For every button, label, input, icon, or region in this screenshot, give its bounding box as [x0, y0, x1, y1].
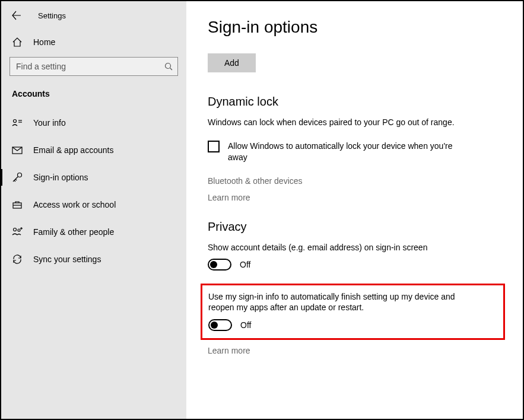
- sidebar-item-email-accounts[interactable]: Email & app accounts: [1, 136, 186, 164]
- sidebar-item-sync-settings[interactable]: Sync your settings: [1, 246, 186, 273]
- highlighted-setting: Use my sign-in info to automatically fin…: [201, 284, 505, 339]
- dynamic-lock-checkbox-row: Allow Windows to automatically lock your…: [208, 141, 463, 163]
- home-label: Home: [33, 37, 55, 47]
- app-title: Settings: [38, 11, 66, 20]
- section-label: Accounts: [1, 82, 186, 109]
- user-card-icon: [12, 117, 23, 128]
- nav-label: Family & other people: [33, 227, 114, 237]
- header-row: Settings: [1, 11, 186, 31]
- add-button[interactable]: Add: [208, 53, 256, 72]
- dynamic-lock-heading: Dynamic lock: [208, 95, 501, 109]
- use-signin-label: Use my sign-in info to automatically fin…: [208, 291, 469, 313]
- back-arrow-icon[interactable]: [12, 11, 21, 20]
- privacy-learn-more-link[interactable]: Learn more: [208, 346, 501, 355]
- search-input[interactable]: [10, 58, 177, 75]
- toggle-knob: [211, 322, 218, 329]
- svg-point-6: [18, 173, 22, 177]
- svg-point-2: [14, 120, 17, 123]
- bluetooth-link[interactable]: Bluetooth & other devices: [208, 176, 501, 186]
- key-icon: [12, 172, 23, 183]
- toggle-knob: [210, 261, 217, 268]
- svg-point-10: [18, 229, 20, 231]
- nav-label: Sign-in options: [33, 173, 88, 182]
- use-signin-toggle-state: Off: [240, 320, 251, 330]
- nav-label: Email & app accounts: [33, 145, 113, 155]
- page-title: Sign-in options: [208, 18, 501, 37]
- email-icon: [12, 145, 23, 155]
- sidebar-item-family-people[interactable]: Family & other people: [1, 218, 186, 246]
- show-details-toggle[interactable]: [208, 259, 231, 271]
- search-box[interactable]: [9, 57, 178, 76]
- svg-point-9: [14, 228, 17, 231]
- sidebar: Settings Home Accounts Your info Email &…: [1, 1, 186, 419]
- main-content: Sign-in options Add Dynamic lock Windows…: [186, 1, 523, 419]
- dynamic-lock-checkbox[interactable]: [208, 141, 220, 152]
- show-details-toggle-row: Off: [208, 259, 501, 271]
- nav-label: Sync your settings: [33, 254, 101, 264]
- nav-label: Access work or school: [33, 200, 116, 209]
- sidebar-item-sign-in-options[interactable]: Sign-in options: [1, 164, 186, 191]
- briefcase-icon: [12, 199, 23, 210]
- family-icon: [12, 227, 23, 237]
- search-container: [1, 53, 186, 82]
- privacy-heading: Privacy: [208, 220, 501, 234]
- privacy-show-details-label: Show account details (e.g. email address…: [208, 242, 469, 253]
- dynamic-lock-checkbox-label: Allow Windows to automatically lock your…: [228, 141, 463, 163]
- nav-label: Your info: [33, 118, 66, 128]
- sync-icon: [12, 254, 23, 265]
- home-icon: [12, 37, 23, 47]
- use-signin-toggle-row: Off: [208, 319, 497, 331]
- show-details-toggle-state: Off: [240, 260, 250, 269]
- sidebar-item-your-info[interactable]: Your info: [1, 109, 186, 136]
- sidebar-item-access-work-school[interactable]: Access work or school: [1, 191, 186, 218]
- use-signin-toggle[interactable]: [208, 319, 232, 331]
- dynamic-lock-desc: Windows can lock when devices paired to …: [208, 117, 501, 128]
- home-nav[interactable]: Home: [1, 31, 186, 53]
- dynamic-lock-learn-more-link[interactable]: Learn more: [208, 193, 501, 202]
